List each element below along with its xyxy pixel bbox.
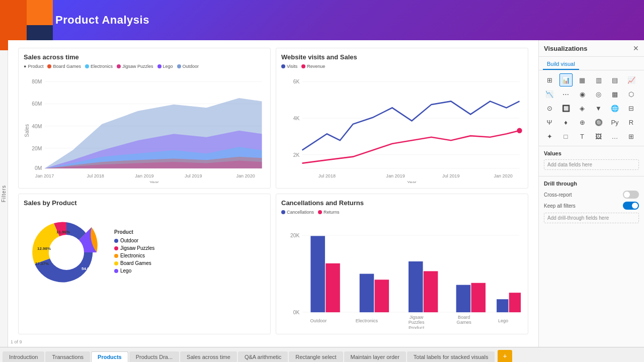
tab-sales-across-time[interactable]: Sales across time [180,351,237,362]
viz-icon-slicer[interactable]: ▼ [592,102,605,115]
viz-icon-ai[interactable]: ✦ [543,130,556,143]
svg-text:17.37%: 17.37% [35,261,49,266]
tab-qa-arithmetic[interactable]: Q&A arithmetic [238,351,288,362]
tab-transactions[interactable]: Transactions [45,351,90,362]
sales-across-time-chart[interactable]: Sales across time ● Product Board Games … [18,48,271,189]
svg-rect-44 [310,236,325,312]
legend-revenue: Revenue [301,64,325,69]
viz-icon-ribbon[interactable]: ♦ [559,116,573,129]
viz-icon-treemap[interactable]: ▩ [608,87,621,101]
viz-icon-line[interactable]: 📈 [625,73,638,86]
viz-icon-shape[interactable]: □ [559,130,573,143]
tab-products-dra[interactable]: Products Dra... [129,351,179,362]
svg-text:Product: Product [409,325,425,329]
pie-item-boardgames: Board Games [114,260,154,266]
website-visits-legend: Visits Revenue [281,64,523,69]
build-visual-tab[interactable]: Build visual [543,59,579,70]
viz-icon-python[interactable]: Py [608,116,621,129]
viz-icon-donut[interactable]: ◎ [592,87,605,101]
pie-item-electronics: Electronics [114,253,154,258]
legend-cancellations: Cancellations [281,210,314,215]
values-placeholder[interactable]: Add data fields here [544,159,639,170]
viz-icon-map[interactable]: 🌐 [608,102,621,115]
viz-icon-qa[interactable]: 🔘 [592,116,605,129]
sales-by-product-chart[interactable]: Sales by Product [18,194,271,334]
svg-text:Jan 2019: Jan 2019 [135,173,153,178]
viz-icon-stacked-bar[interactable]: ▦ [576,73,589,86]
drill-title: Drill through [544,180,639,187]
page-number: 1 of 9 [11,339,22,344]
viz-icon-matrix[interactable]: ⊟ [625,102,638,115]
website-visits-chart[interactable]: Website visits and Sales Visits Revenue … [276,48,528,189]
svg-text:Jigsaw: Jigsaw [410,315,424,320]
pie-item-outdoor: Outdoor [114,238,154,243]
viz-icon-grid: ⊞ 📊 ▦ ▥ ▤ 📈 📉 ⋯ ◉ ◎ ▩ ⬡ ⊙ 🔲 ◈ ▼ 🌐 ⊟ Ψ ♦ … [539,70,644,146]
viz-icon-funnel[interactable]: ⬡ [625,87,638,101]
legend-visits: Visits [281,64,297,69]
viz-icon-clustered[interactable]: ▤ [608,73,621,86]
viz-icon-kpi[interactable]: ◈ [576,102,589,115]
viz-icon-bar[interactable]: 📊 [559,73,573,86]
svg-text:2K: 2K [293,152,300,158]
viz-icon-100-bar[interactable]: ▥ [592,73,605,86]
legend-jigsaw: Jigsaw Puzzles [117,64,153,69]
top-bar: Product Analysis [0,0,644,40]
viz-icon-table[interactable]: ⊞ [543,73,556,86]
legend-boardgames: Board Games [47,64,81,69]
legend-lego: Lego [157,64,173,69]
viz-icon-pie[interactable]: ◉ [576,87,589,101]
viz-icon-decomp[interactable]: ⊕ [576,116,589,129]
keep-filters-row: Keep all filters [544,202,639,210]
svg-text:Jul 2019: Jul 2019 [442,173,459,178]
pie-legend-title: Product [114,229,154,235]
svg-text:20M: 20M [32,146,42,151]
cross-report-toggle[interactable] [623,191,639,199]
svg-text:Jul 2018: Jul 2018 [318,173,336,178]
viz-icon-r[interactable]: R [625,116,638,129]
sales-across-time-title: Sales across time [24,53,265,61]
viz-icon-waterfall[interactable]: Ψ [543,116,556,129]
svg-text:80M: 80M [32,79,42,84]
svg-text:60M: 60M [32,101,42,107]
svg-rect-52 [497,299,508,312]
cancellations-returns-chart[interactable]: Cancellations and Returns Cancellations … [276,194,528,334]
viz-icon-gauge[interactable]: ⊙ [543,102,556,115]
page-title: Product Analysis [55,14,149,27]
svg-point-29 [517,128,522,133]
svg-rect-48 [409,261,423,312]
cross-report-row: Cross-report [544,191,639,199]
viz-icon-custom[interactable]: ⊞ [625,130,638,143]
tab-products[interactable]: Products [91,351,128,362]
values-section: Values Add data fields here [539,146,644,176]
svg-text:Jan 2019: Jan 2019 [386,173,405,178]
add-tab-button[interactable]: + [498,350,512,362]
viz-icon-area[interactable]: 📉 [543,87,556,101]
cancellations-returns-title: Cancellations and Returns [281,199,523,207]
viz-icon-more[interactable]: … [608,130,621,143]
tab-maintain-layer[interactable]: Maintain layer order [344,351,406,362]
svg-text:Lego: Lego [498,318,508,323]
tab-introduction[interactable]: Introduction [3,351,44,362]
filter-strip[interactable]: Filters [0,40,8,347]
add-drill-fields[interactable]: Add drill-through fields here [544,213,639,223]
svg-text:Games: Games [457,320,472,325]
cross-report-knob [624,192,630,198]
viz-icon-card[interactable]: 🔲 [559,102,573,115]
svg-text:Year: Year [149,180,158,183]
viz-panel-close-button[interactable]: ✕ [633,44,639,52]
tab-rectangle-select[interactable]: Rectangle select [289,351,343,362]
viz-panel-title: Visualizations [544,45,587,52]
svg-rect-45 [326,263,340,312]
pie-svg: 11.96% 12.98% 54.67% 17.37% [26,212,107,293]
svg-text:4K: 4K [293,116,300,121]
svg-text:12.98%: 12.98% [37,246,51,251]
tab-total-labels[interactable]: Total labels for stacked visuals [407,351,495,362]
keep-filters-toggle[interactable] [623,202,639,210]
viz-icon-text[interactable]: T [576,130,589,143]
svg-text:Jul 2018: Jul 2018 [87,173,104,178]
legend-product: ● Product [24,64,43,69]
keep-filters-knob [632,203,638,209]
main-area: Filters Sales across time ● Product Boar… [0,40,644,347]
viz-icon-scatter[interactable]: ⋯ [559,87,573,101]
viz-icon-image[interactable]: 🖼 [592,130,605,143]
